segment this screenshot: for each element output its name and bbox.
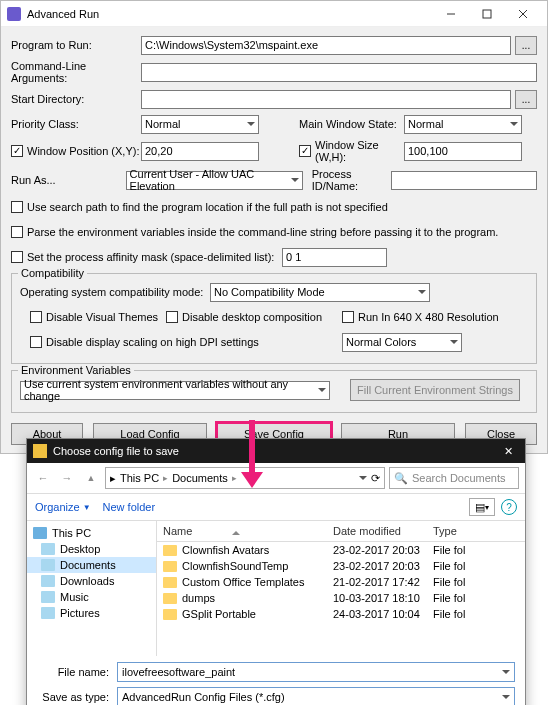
affinity-input[interactable] bbox=[282, 248, 387, 267]
search-input[interactable]: 🔍 Search Documents bbox=[389, 467, 519, 489]
procid-label: Process ID/Name: bbox=[312, 168, 391, 192]
folder-icon bbox=[41, 607, 55, 619]
saveas-select[interactable]: AdvancedRun Config Files (*.cfg) bbox=[117, 687, 515, 705]
forward-button[interactable]: → bbox=[57, 468, 77, 488]
list-item[interactable]: GSplit Portable24-03-2017 10:04File fol bbox=[157, 606, 525, 622]
nav-tree: This PC Desktop Documents Downloads Musi… bbox=[27, 521, 157, 656]
window-title: Advanced Run bbox=[27, 8, 433, 20]
breadcrumb[interactable]: ▸ This PC▸ Documents▸ ⟳ bbox=[105, 467, 385, 489]
help-icon[interactable]: ? bbox=[501, 499, 517, 515]
folder-icon bbox=[41, 559, 55, 571]
wpos-input[interactable] bbox=[141, 142, 259, 161]
chevron-down-icon bbox=[247, 122, 255, 126]
col-date[interactable]: Date modified bbox=[333, 525, 433, 537]
program-input[interactable] bbox=[141, 36, 511, 55]
priority-label: Priority Class: bbox=[11, 118, 141, 130]
search-icon: 🔍 bbox=[394, 472, 408, 485]
disvis-checkbox[interactable] bbox=[30, 311, 42, 323]
program-label: Program to Run: bbox=[11, 39, 141, 51]
back-button[interactable]: ← bbox=[33, 468, 53, 488]
priority-select[interactable]: Normal bbox=[141, 115, 259, 134]
tree-documents[interactable]: Documents bbox=[27, 557, 156, 573]
wsize-input[interactable] bbox=[404, 142, 522, 161]
startdir-browse-button[interactable]: ... bbox=[515, 90, 537, 109]
compat-group: Compatibility Operating system compatibi… bbox=[11, 273, 537, 364]
folder-icon bbox=[163, 609, 177, 620]
mws-label: Main Window State: bbox=[299, 118, 404, 130]
wsize-checkbox[interactable] bbox=[299, 145, 311, 157]
program-browse-button[interactable]: ... bbox=[515, 36, 537, 55]
dialog-titlebar: Choose config file to save ✕ bbox=[27, 439, 525, 463]
procid-input[interactable] bbox=[391, 171, 537, 190]
folder-icon bbox=[163, 577, 177, 588]
titlebar: Advanced Run bbox=[1, 1, 547, 27]
chevron-down-icon bbox=[418, 290, 426, 294]
chevron-down-icon bbox=[318, 388, 326, 392]
envmode-select[interactable]: Use current system environment variables… bbox=[20, 381, 330, 400]
newfolder-button[interactable]: New folder bbox=[103, 501, 156, 513]
opt1-label: Use search path to find the program loca… bbox=[27, 201, 388, 213]
tree-downloads[interactable]: Downloads bbox=[27, 573, 156, 589]
colors-select[interactable]: Normal Colors bbox=[342, 333, 462, 352]
fillenv-button[interactable]: Fill Current Environment Strings bbox=[350, 379, 520, 401]
disdpi-checkbox[interactable] bbox=[30, 336, 42, 348]
filename-input[interactable]: ilovefreesoftware_paint bbox=[117, 662, 515, 682]
compat-group-title: Compatibility bbox=[18, 267, 87, 279]
startdir-label: Start Directory: bbox=[11, 93, 141, 105]
osmode-select[interactable]: No Compatibility Mode bbox=[210, 283, 430, 302]
refresh-icon[interactable]: ⟳ bbox=[371, 472, 380, 485]
folder-icon bbox=[41, 575, 55, 587]
dialog-close-button[interactable]: ✕ bbox=[497, 445, 519, 458]
env-group: Environment Variables Use current system… bbox=[11, 370, 537, 413]
run640-checkbox[interactable] bbox=[342, 311, 354, 323]
sort-icon bbox=[232, 531, 240, 535]
maximize-button[interactable] bbox=[469, 2, 505, 26]
tree-desktop[interactable]: Desktop bbox=[27, 541, 156, 557]
chevron-down-icon bbox=[291, 178, 299, 182]
list-item[interactable]: Custom Office Templates21-02-2017 17:42F… bbox=[157, 574, 525, 590]
organize-menu[interactable]: Organize ▼ bbox=[35, 501, 91, 513]
folder-icon bbox=[41, 591, 55, 603]
folder-icon bbox=[163, 593, 177, 604]
wsize-label: Window Size (W,H): bbox=[315, 139, 404, 163]
app-icon bbox=[7, 7, 21, 21]
wpos-checkbox[interactable] bbox=[11, 145, 23, 157]
runas-select[interactable]: Current User - Allow UAC Elevation bbox=[126, 171, 303, 190]
folder-icon bbox=[163, 545, 177, 556]
affinity-checkbox[interactable] bbox=[11, 251, 23, 263]
list-item[interactable]: ClownfishSoundTemp23-02-2017 20:03File f… bbox=[157, 558, 525, 574]
searchpath-checkbox[interactable] bbox=[11, 201, 23, 213]
col-type[interactable]: Type bbox=[433, 525, 519, 537]
close-button[interactable] bbox=[505, 2, 541, 26]
tree-music[interactable]: Music bbox=[27, 589, 156, 605]
list-item[interactable]: dumps10-03-2017 18:10File fol bbox=[157, 590, 525, 606]
opt2-label: Parse the environment variables inside t… bbox=[27, 226, 498, 238]
list-item[interactable]: Clownfish Avatars23-02-2017 20:03File fo… bbox=[157, 542, 525, 558]
disdesk-checkbox[interactable] bbox=[166, 311, 178, 323]
mws-select[interactable]: Normal bbox=[404, 115, 522, 134]
saveas-label: Save as type: bbox=[37, 691, 117, 703]
startdir-input[interactable] bbox=[141, 90, 511, 109]
parseenv-checkbox[interactable] bbox=[11, 226, 23, 238]
tree-this-pc[interactable]: This PC bbox=[27, 525, 156, 541]
folder-icon bbox=[163, 561, 177, 572]
chevron-down-icon bbox=[502, 695, 510, 699]
up-button[interactable]: ▲ bbox=[81, 468, 101, 488]
opt3-label: Set the process affinity mask (space-del… bbox=[27, 251, 282, 263]
svg-rect-1 bbox=[483, 10, 491, 18]
file-list: Name Date modified Type Clownfish Avatar… bbox=[157, 521, 525, 656]
folder-icon bbox=[41, 543, 55, 555]
folder-icon bbox=[33, 444, 47, 458]
args-label: Command-Line Arguments: bbox=[11, 60, 141, 84]
chevron-down-icon bbox=[502, 670, 510, 674]
tree-pictures[interactable]: Pictures bbox=[27, 605, 156, 621]
view-button[interactable]: ▤ ▾ bbox=[469, 498, 495, 516]
osmode-label: Operating system compatibility mode: bbox=[20, 286, 210, 298]
col-name[interactable]: Name bbox=[163, 525, 333, 537]
minimize-button[interactable] bbox=[433, 2, 469, 26]
save-dialog: Choose config file to save ✕ ← → ▲ ▸ Thi… bbox=[26, 438, 526, 705]
chevron-down-icon bbox=[510, 122, 518, 126]
args-input[interactable] bbox=[141, 63, 537, 82]
chevron-down-icon bbox=[450, 340, 458, 344]
advanced-run-window: Advanced Run Program to Run: ... Command… bbox=[0, 0, 548, 454]
